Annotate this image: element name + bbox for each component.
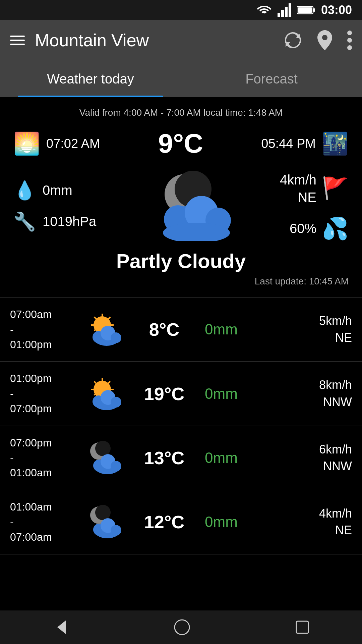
- svg-rect-6: [298, 7, 312, 13]
- svg-rect-1: [281, 10, 284, 17]
- sunset-icon: 🌃: [322, 131, 349, 156]
- forecast-weather-icon: [84, 503, 131, 540]
- forecast-time-range: 01:00pm - 07:00pm: [10, 371, 77, 416]
- app-title: Mountain View: [35, 30, 274, 50]
- forecast-temperature: 13°C: [137, 447, 191, 468]
- sunset-time: 05:44 PM: [261, 137, 316, 151]
- humidity-percent: 60%: [290, 220, 316, 237]
- sunrise-icon: 🌅: [13, 131, 40, 156]
- sunset-info: 05:44 PM 🌃: [261, 131, 349, 156]
- location-icon: [317, 30, 333, 50]
- sunrise-time: 07:02 AM: [46, 137, 100, 151]
- location-button[interactable]: [317, 30, 333, 50]
- status-time: 03:00: [321, 3, 352, 17]
- svg-rect-5: [313, 8, 315, 12]
- valid-time-text: Valid from 4:00 AM - 7:00 AM local time:…: [13, 107, 349, 118]
- humidity-value: 60%: [290, 220, 316, 237]
- svg-point-50: [95, 505, 111, 520]
- forecast-wind: 8km/hNNW: [251, 377, 352, 411]
- sun-row: 🌅 07:02 AM 9°C 05:44 PM 🌃: [13, 128, 349, 159]
- menu-icon[interactable]: [10, 36, 25, 45]
- svg-marker-55: [57, 621, 66, 634]
- forecast-rainfall: 0mm: [198, 321, 245, 338]
- sunrise-info: 🌅 07:02 AM: [13, 131, 100, 156]
- forecast-weather-icon: [84, 375, 131, 412]
- rain-drop-icon: 💧: [13, 180, 36, 201]
- nav-bar: [0, 610, 362, 644]
- wind-speed: 4km/h: [280, 171, 316, 189]
- svg-rect-0: [278, 13, 280, 17]
- signal-icon: [278, 3, 291, 17]
- svg-point-9: [347, 45, 352, 50]
- pressure-value: 1019hPa: [43, 214, 96, 229]
- svg-point-56: [175, 620, 189, 635]
- forecast-wind: 6km/hNNW: [251, 441, 352, 475]
- forecast-list: 07:00am - 01:00pm 8°C 0mm 5km/hNE 01:00p…: [0, 298, 362, 554]
- pressure-icon: 🔧: [13, 211, 36, 232]
- right-stats: 4km/h NE 🚩 60% 💦: [280, 171, 349, 241]
- tab-weather-today[interactable]: Weather today: [0, 60, 181, 97]
- tab-forecast[interactable]: Forecast: [181, 60, 362, 97]
- wind-values: 4km/h NE: [280, 171, 316, 206]
- forecast-row: 01:00pm - 07:00pm 19°C 0mm 8km/hNNW: [0, 362, 362, 426]
- status-bar: 03:00: [0, 0, 362, 20]
- svg-line-37: [108, 381, 110, 384]
- refresh-button[interactable]: [284, 31, 302, 50]
- more-options-button[interactable]: [347, 31, 352, 50]
- app-bar-actions: [284, 30, 352, 50]
- forecast-time-range: 07:00pm - 01:00am: [10, 435, 77, 480]
- forecast-temperature: 12°C: [137, 512, 191, 532]
- forecast-row: 07:00am - 01:00pm 8°C 0mm 5km/hNE: [0, 298, 362, 362]
- forecast-rainfall: 0mm: [198, 514, 245, 530]
- svg-point-7: [347, 31, 352, 35]
- recents-icon: [295, 620, 310, 635]
- svg-rect-3: [289, 3, 291, 17]
- forecast-row: 01:00am - 07:00am 12°C 0mm 4km/hNE: [0, 490, 362, 554]
- more-icon: [347, 31, 352, 50]
- status-icons: 03:00: [257, 3, 352, 17]
- forecast-row: 07:00pm - 01:00am 13°C 0mm 6km/hNNW: [0, 426, 362, 490]
- last-update-text: Last update: 10:45 AM: [13, 276, 349, 287]
- humidity-stat: 60% 💦: [290, 216, 349, 241]
- rainfall-value: 0mm: [43, 183, 72, 198]
- svg-line-35: [94, 381, 97, 384]
- back-button[interactable]: [52, 619, 69, 636]
- home-icon: [174, 619, 190, 636]
- back-icon: [52, 619, 69, 636]
- middle-row: 💧 0mm 🔧 1019hPa: [13, 169, 349, 243]
- forecast-wind: 5km/hNE: [251, 313, 352, 346]
- weather-main: Valid from 4:00 AM - 7:00 AM local time:…: [0, 97, 362, 297]
- wifi-icon: [257, 4, 272, 16]
- forecast-rainfall: 0mm: [198, 449, 245, 466]
- svg-line-22: [94, 317, 97, 319]
- forecast-rainfall: 0mm: [198, 385, 245, 402]
- battery-icon: [297, 5, 315, 15]
- home-button[interactable]: [174, 619, 190, 636]
- svg-point-8: [347, 38, 352, 43]
- recents-button[interactable]: [295, 620, 310, 635]
- forecast-weather-icon: [84, 311, 131, 348]
- wind-direction: NE: [280, 189, 316, 206]
- forecast-time-range: 07:00am - 01:00pm: [10, 307, 77, 352]
- wind-stat: 4km/h NE 🚩: [280, 171, 349, 206]
- main-temperature: 9°C: [158, 128, 203, 159]
- tab-bar: Weather today Forecast: [0, 60, 362, 97]
- rainfall-stat: 💧 0mm: [13, 180, 96, 201]
- svg-rect-2: [285, 7, 288, 17]
- svg-point-44: [95, 441, 111, 456]
- main-weather-icon: [141, 169, 235, 243]
- svg-line-24: [108, 317, 110, 319]
- weather-condition: Partly Cloudy: [13, 250, 349, 273]
- wind-flag-icon: 🚩: [322, 176, 349, 201]
- forecast-weather-icon: [84, 439, 131, 476]
- humidity-icon: 💦: [322, 216, 349, 241]
- forecast-temperature: 8°C: [137, 319, 191, 340]
- pressure-stat: 🔧 1019hPa: [13, 211, 96, 232]
- app-bar: Mountain View: [0, 20, 362, 60]
- forecast-temperature: 19°C: [137, 383, 191, 404]
- forecast-time-range: 01:00am - 07:00am: [10, 499, 77, 544]
- partly-cloudy-night-icon: [144, 171, 232, 241]
- svg-rect-57: [296, 621, 308, 633]
- left-stats: 💧 0mm 🔧 1019hPa: [13, 180, 96, 232]
- forecast-wind: 4km/hNE: [251, 505, 352, 539]
